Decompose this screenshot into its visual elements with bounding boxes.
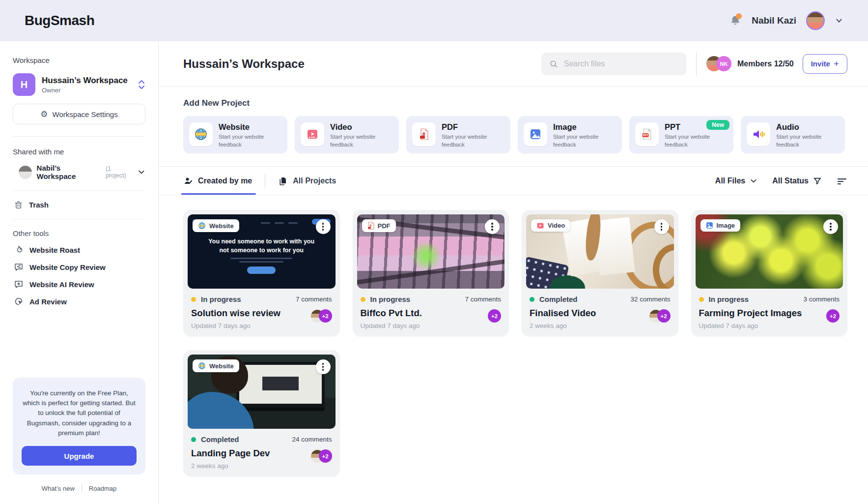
user-avatar[interactable] xyxy=(806,11,825,30)
project-meta: 2 weeks ago xyxy=(191,462,332,470)
svg-text:PPT: PPT xyxy=(643,134,648,137)
workspace-switcher[interactable]: H Hussain’s Workspace Owner xyxy=(13,73,145,96)
project-card[interactable]: PDF In progress 7 comments Biffco Pvt Lt… xyxy=(353,210,509,336)
collaborators[interactable]: +2 xyxy=(831,309,840,323)
collaborators[interactable]: +2 xyxy=(493,309,501,323)
chevron-down-icon[interactable] xyxy=(138,168,145,176)
add-video-card[interactable]: Video Start your website feedback xyxy=(295,116,399,153)
project-card[interactable]: SolutionWise You need someone to work wi… xyxy=(183,210,340,336)
status-dot xyxy=(191,437,196,442)
collaborators[interactable]: +2 xyxy=(649,309,671,323)
search-box[interactable] xyxy=(541,53,686,75)
add-card-description: Start your website feedback xyxy=(219,133,281,148)
add-image-card[interactable]: Image Start your website feedback xyxy=(518,116,622,153)
project-thumbnail: PDF xyxy=(357,214,505,289)
workspace-name: Hussain’s Workspace xyxy=(42,76,128,86)
sort-icon xyxy=(837,177,847,185)
status-dot xyxy=(530,297,534,302)
funnel-icon xyxy=(813,177,822,185)
type-tag-label: Image xyxy=(717,222,735,229)
add-new-project-section: Add New Project Website Start your websi… xyxy=(159,87,868,167)
project-card[interactable]: Website Completed 24 comments Landing Pa… xyxy=(183,350,340,476)
kebab-menu-icon[interactable] xyxy=(316,219,331,234)
add-audio-card[interactable]: Audio Start your website feedback xyxy=(741,116,845,153)
status-label: Completed xyxy=(539,295,578,303)
chevron-down-icon[interactable] xyxy=(835,16,843,25)
workspace-switch-icon[interactable] xyxy=(138,79,145,90)
gear-icon: ⚙ xyxy=(40,110,48,119)
type-tag-label: Video xyxy=(548,222,565,229)
notifications-bell-icon[interactable] xyxy=(729,14,742,27)
shared-workspace-count: (1 project) xyxy=(106,165,133,179)
project-title: Farming Project Images xyxy=(699,308,840,319)
tab-created-by-me[interactable]: Created by me xyxy=(183,167,265,195)
user-name: Nabil Kazi xyxy=(752,15,796,26)
plus-icon: + xyxy=(834,59,839,69)
shared-workspace-avatar xyxy=(19,166,32,179)
sort-button[interactable] xyxy=(837,177,847,185)
add-card-description: Start your website feedback xyxy=(665,133,728,148)
add-pdf-card[interactable]: PDF Start your website feedback xyxy=(406,116,510,153)
sidebar-item-shared-workspace[interactable]: Nabil’s Workspace (1 project) xyxy=(13,164,145,180)
kebab-menu-icon[interactable] xyxy=(654,219,669,234)
tool-label: Website AI Review xyxy=(29,280,94,289)
members-avatar-stack[interactable]: NK xyxy=(706,56,731,71)
search-input[interactable] xyxy=(564,59,678,68)
add-card-label: Video xyxy=(330,122,393,132)
status-label: In progress xyxy=(201,295,241,303)
audio-icon xyxy=(752,127,765,141)
kebab-menu-icon[interactable] xyxy=(823,219,838,234)
sidebar-item-ad-review[interactable]: Ad Review xyxy=(13,296,145,306)
kebab-menu-icon[interactable] xyxy=(316,359,331,374)
projects-icon xyxy=(278,176,288,186)
sidebar-item-trash[interactable]: Trash xyxy=(13,191,145,219)
person-edit-icon xyxy=(183,176,193,186)
new-badge: New xyxy=(706,120,729,130)
type-tag: Website xyxy=(193,359,239,372)
add-website-card[interactable]: Website Start your website feedback xyxy=(183,116,287,153)
type-tag-label: PDF xyxy=(378,222,391,230)
comments-count: 7 comments xyxy=(465,296,501,303)
project-meta: Updated 7 days ago xyxy=(699,322,840,329)
workspace-role: Owner xyxy=(42,87,128,94)
status-label: In progress xyxy=(709,295,749,303)
chat-star-icon xyxy=(14,279,24,289)
add-ppt-card[interactable]: New PPT PPT Start your website feedback xyxy=(629,116,733,153)
project-thumbnail: Image xyxy=(696,214,843,289)
sidebar-item-website-ai-review[interactable]: Website AI Review xyxy=(13,279,145,289)
invite-button[interactable]: Invite + xyxy=(803,54,847,74)
all-files-dropdown[interactable]: All Files xyxy=(715,177,757,185)
add-card-label: Image xyxy=(553,122,616,132)
comments-count: 3 comments xyxy=(803,296,840,303)
project-thumbnail: Video xyxy=(526,214,674,289)
tab-label: All Projects xyxy=(293,177,336,185)
chat-share-icon xyxy=(14,262,24,272)
project-meta: Updated 7 days ago xyxy=(191,322,332,329)
project-card[interactable]: Image In progress 3 comments Farming Pro… xyxy=(691,210,848,336)
status-label: Completed xyxy=(201,435,239,444)
workspace-section-label: Workspace xyxy=(13,56,145,64)
tool-label: Website Roast xyxy=(29,246,80,254)
tab-all-projects[interactable]: All Projects xyxy=(265,167,336,195)
project-meta: Updated 7 days ago xyxy=(361,322,502,329)
pdf-icon xyxy=(417,127,431,141)
status-dot xyxy=(191,297,196,302)
image-icon xyxy=(706,222,713,229)
comments-count: 7 comments xyxy=(296,296,332,303)
workspace-settings-button[interactable]: ⚙ Workspace Settings xyxy=(13,104,145,124)
sidebar-item-website-copy-review[interactable]: Website Copy Review xyxy=(13,262,145,272)
roadmap-link[interactable]: Roadmap xyxy=(89,485,116,492)
status-dot xyxy=(361,297,365,302)
upgrade-button[interactable]: Upgrade xyxy=(22,446,137,466)
project-card[interactable]: Video Completed 32 comments Finalised Vi… xyxy=(522,210,678,336)
collaborators[interactable]: +2 xyxy=(311,449,332,463)
all-status-filter[interactable]: All Status xyxy=(772,177,822,185)
tool-label: Website Copy Review xyxy=(29,263,106,271)
sidebar-item-website-roast[interactable]: Website Roast xyxy=(13,245,145,255)
project-title: Biffco Pvt Ltd. xyxy=(361,308,502,319)
pdf-icon xyxy=(367,222,374,230)
kebab-menu-icon[interactable] xyxy=(485,219,500,234)
collaborators[interactable]: +2 xyxy=(311,309,332,323)
add-card-label: Website xyxy=(219,122,281,132)
whats-new-link[interactable]: What’s new xyxy=(42,485,75,492)
